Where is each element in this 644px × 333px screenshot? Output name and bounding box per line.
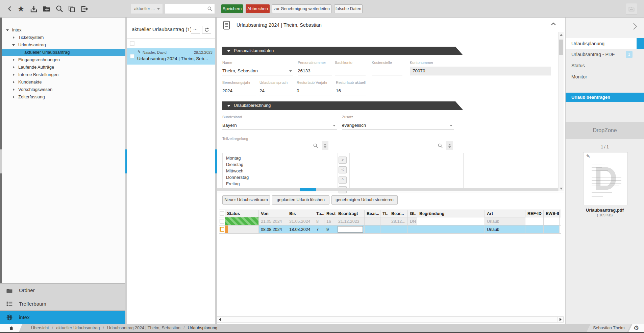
name-select[interactable]: Theim, Sebastian	[222, 67, 293, 75]
pdf-thumbnail[interactable]: ✎ D	[583, 152, 628, 205]
new-vacation-period-button[interactable]: Neuer Urlaubszeitraum	[222, 195, 270, 205]
left-edge-splitter-handle[interactable]	[0, 149, 2, 173]
list-filter-dropdown[interactable]: aktueller ...	[131, 4, 163, 14]
transfer-right-button[interactable]: >	[339, 157, 347, 164]
urlaubsanspruch-input[interactable]: 24	[259, 87, 293, 95]
delete-planned-vacation-button[interactable]: geplanten Urlaub löschen	[272, 195, 329, 205]
secondary-search-input[interactable]	[351, 141, 444, 150]
col-rest[interactable]: Rest	[324, 210, 336, 217]
nav-ordner[interactable]: Ordner	[0, 283, 125, 297]
scrollbar-thumb[interactable]	[300, 188, 316, 191]
scroll-right-arrow[interactable]	[558, 317, 563, 322]
col-beantragt[interactable]: Beantragt	[336, 210, 365, 217]
col-begruendung[interactable]: Begründung	[417, 210, 485, 217]
cancel-approved-vacation-button[interactable]: genehmigten Urlaub stornieren	[331, 195, 398, 205]
col-ref-id[interactable]: REF-ID	[525, 210, 544, 217]
tree-item-intex-root[interactable]: intex	[2, 26, 125, 34]
col-gl[interactable]: GL	[408, 210, 417, 217]
weekday-option[interactable]: Montag	[226, 155, 334, 161]
settings-button[interactable]: ⚙	[628, 324, 644, 332]
table-horizontal-scrollbar[interactable]	[217, 316, 564, 323]
bundesland-select[interactable]: Bayern	[222, 121, 337, 130]
form-vertical-scrollbar[interactable]	[558, 32, 564, 191]
select-all-checkbox[interactable]	[130, 41, 134, 46]
col-bear-tl[interactable]: Bear...	[365, 210, 380, 217]
weekday-option[interactable]: Mittwoch	[226, 168, 334, 174]
col-von[interactable]: Von	[259, 210, 287, 217]
tree-item-laufende-auftraege[interactable]: Laufende Aufträge	[2, 64, 125, 71]
breadcrumb-item-urlaubsantrag-2024[interactable]: Urlaubsantrag 2024 | Theim, Sebastian	[107, 326, 180, 330]
back-icon[interactable]	[5, 4, 15, 14]
scrollbar-thumb[interactable]	[559, 40, 563, 55]
col-bear-gl[interactable]: Bear...	[389, 210, 408, 217]
header-checkbox[interactable]	[220, 211, 224, 216]
export-icon[interactable]	[80, 4, 89, 14]
sachkonto-input[interactable]	[335, 67, 366, 75]
scroll-down-arrow[interactable]	[560, 188, 563, 190]
berechnungsjahr-input[interactable]: 2024	[222, 87, 256, 95]
list-search-input[interactable]	[165, 4, 215, 14]
tree-item-ticketsystem[interactable]: Ticketsystem	[2, 34, 125, 41]
tree-item-zeiterfassung[interactable]: Zeiterfassung	[2, 93, 125, 101]
form-horizontal-scrollbar[interactable]	[217, 188, 558, 191]
col-bis[interactable]: Bis	[287, 210, 314, 217]
list-item-urlaubsantrag-2024[interactable]: ✎ Nassler, David 28.12.2023 Urlaubsantra…	[127, 48, 215, 65]
item-checkbox[interactable]	[130, 54, 134, 58]
breadcrumb-item-uebersicht[interactable]: Übersicht	[31, 326, 49, 330]
scroll-left-arrow[interactable]	[217, 317, 223, 322]
secondary-spinner[interactable]	[446, 141, 453, 150]
col-ews-id[interactable]: EWS-ID	[544, 210, 560, 217]
scroll-up-arrow[interactable]	[560, 34, 563, 36]
row-checkbox[interactable]	[220, 227, 224, 232]
tab-urlaubsplanung[interactable]: Urlaubsplanung	[566, 38, 644, 49]
forward-for-approval-button[interactable]: zur Genehmigung weiterleiten	[272, 4, 331, 13]
copy-icon[interactable]	[67, 4, 76, 14]
tree-item-kundenakte[interactable]: Kundenakte	[2, 78, 125, 86]
tab-monitor[interactable]: Monitor	[566, 71, 644, 82]
table-row-approved[interactable]: 21.05.2024 31.05.2024 8 16 21.12.2023 28…	[219, 217, 561, 225]
resturlaub-aktuell-input[interactable]: 16	[336, 87, 366, 95]
table-row-new-selected[interactable]: 08.08.2024 18.08.2024 7 9 Urlaub	[219, 225, 561, 234]
import-download-icon[interactable]	[29, 4, 39, 14]
nav-trefferbaum[interactable]: Trefferbaum	[0, 297, 125, 310]
zusatz-select[interactable]: evangelisch	[342, 121, 454, 130]
move-up-button[interactable]: ^	[339, 176, 347, 184]
cancel-button[interactable]: Abbrechen	[246, 4, 270, 13]
refresh-button[interactable]	[202, 26, 211, 34]
col-status[interactable]: Status	[225, 210, 259, 217]
kostenstelle-input[interactable]	[372, 67, 402, 75]
nav-intex[interactable]: intex	[0, 310, 125, 324]
col-art[interactable]: Art	[485, 210, 525, 217]
teilzeitregelung-spinner[interactable]	[322, 141, 328, 150]
more-options-button[interactable]: ···	[191, 26, 200, 34]
breadcrumb-item-urlaubsplanung[interactable]: Urlaubsplanung	[188, 326, 218, 330]
tab-status[interactable]: Status	[566, 60, 644, 71]
col-tl[interactable]: TL	[380, 210, 389, 217]
row-checkbox[interactable]	[220, 219, 224, 223]
favorite-star-icon[interactable]: ★	[16, 4, 26, 14]
search-icon[interactable]	[55, 4, 64, 14]
collapse-chevron-up-icon[interactable]	[551, 22, 556, 26]
request-vacation-button[interactable]: Urlaub beantragen	[566, 93, 644, 102]
beantragt-edit-input[interactable]	[338, 226, 363, 233]
weekday-target-listbox[interactable]	[349, 153, 464, 188]
weekday-option[interactable]: Dienstag	[226, 161, 334, 168]
teilzeitregelung-search-input[interactable]	[222, 141, 320, 150]
tree-item-interne-bestellungen[interactable]: Interne Bestellungen	[2, 71, 125, 78]
tree-item-eingangsrechnungen[interactable]: Eingangsrechnungen	[2, 56, 125, 64]
breadcrumb-home-button[interactable]	[0, 324, 26, 332]
tree-item-vorschlagswesen[interactable]: Vorschlagswesen	[2, 86, 125, 93]
section-personalstammdaten[interactable]: Personalstammdaten	[222, 47, 463, 55]
save-button[interactable]: Speichern	[221, 4, 243, 13]
breadcrumb-item-aktueller-urlaubsantrag[interactable]: aktueller Urlaubsantrag	[56, 326, 100, 330]
add-folder-icon[interactable]	[42, 4, 51, 14]
tree-item-aktueller-urlaubsantrag-selected[interactable]: aktueller Urlaubsantrag	[2, 49, 125, 56]
personalnummer-input[interactable]: 26133	[298, 67, 332, 75]
wrong-data-button[interactable]: falsche Daten	[334, 4, 363, 13]
tab-urlaubsantrag-pdf[interactable]: Urlaubsantrag - PDF 1	[566, 49, 644, 60]
transfer-left-button[interactable]: <	[339, 166, 347, 173]
resturlaub-vorjahr-input[interactable]: 0	[297, 87, 332, 95]
section-urlaubsberechnung[interactable]: Urlaubsberechnung	[222, 101, 463, 110]
weekday-source-listbox[interactable]: Montag Dienstag Mittwoch Donnerstag Frei…	[222, 153, 338, 188]
tree-item-urlaubsantrag[interactable]: Urlaubsantrag	[2, 41, 125, 49]
